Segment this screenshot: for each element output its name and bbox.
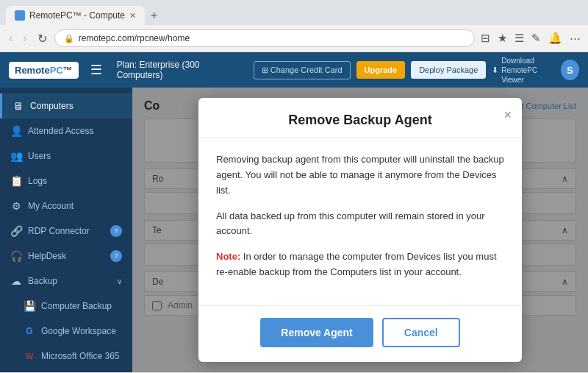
sidebar-item-attended[interactable]: 👤 Attended Access (0, 118, 132, 143)
sidebar-rdp-label: RDP Connector (28, 226, 90, 236)
plan-label: Plan: Enterprise (300 Computers) (117, 60, 245, 80)
modal-overlay: Remove Backup Agent × Removing backup ag… (132, 88, 588, 372)
attended-icon: 👤 (10, 125, 22, 137)
rdp-icon: 🔗 (10, 225, 22, 237)
logs-icon: 📋 (10, 175, 22, 187)
tab-close-btn[interactable]: ✕ (129, 11, 136, 21)
google-workspace-icon: G (24, 325, 35, 337)
sidebar-item-helpdesk[interactable]: 🎧 HelpDesk ? (0, 244, 132, 269)
backup-icon: ☁ (10, 275, 22, 287)
browser-chrome: RemotePC™ - Compute ✕ + ‹ › ↻ 🔒 remotepc… (0, 0, 588, 52)
main-layout: 🖥 Computers 👤 Attended Access 👥 Users 📋 … (0, 88, 588, 372)
refresh-btn[interactable]: ↻ (35, 30, 50, 47)
back-btn[interactable]: ‹ (6, 30, 15, 46)
app-header: RemotePC™ ☰ Plan: Enterprise (300 Comput… (0, 52, 588, 88)
rdp-badge: ? (110, 225, 122, 237)
upgrade-btn[interactable]: Upgrade (356, 61, 406, 79)
lock-icon: 🔒 (64, 34, 74, 43)
notifications-icon[interactable]: 🔔 (547, 30, 564, 46)
remove-agent-btn[interactable]: Remove Agent (260, 318, 373, 347)
modal-body-text2: All data backed up from this computer wi… (216, 209, 504, 240)
tab-favicon (15, 10, 25, 21)
address-bar[interactable]: 🔒 remotepc.com/rpcnew/home (54, 29, 475, 47)
modal-footer: Remove Agent Cancel (198, 305, 522, 362)
sidebar-item-computer-backup[interactable]: 💾 Computer Backup (0, 294, 132, 319)
sidebar-item-rdp[interactable]: 🔗 RDP Connector ? (0, 219, 132, 244)
modal-close-btn[interactable]: × (503, 108, 512, 121)
users-icon: 👥 (10, 150, 22, 162)
sidebar-item-backup[interactable]: ☁ Backup ∨ (0, 269, 132, 294)
helpdesk-badge: ? (110, 250, 122, 262)
change-credit-card-btn[interactable]: ⊞ Change Credit Card (254, 61, 351, 79)
hamburger-btn[interactable]: ☰ (90, 62, 102, 78)
browser-toolbar: ‹ › ↻ 🔒 remotepc.com/rpcnew/home ⊟ ★ ☰ ✎… (0, 25, 588, 52)
sidebar-item-users[interactable]: 👥 Users (0, 143, 132, 168)
bookmark-icon[interactable]: ⊟ (479, 30, 492, 46)
address-text: remotepc.com/rpcnew/home (79, 33, 190, 43)
computer-backup-icon: 💾 (24, 300, 35, 312)
sidebar-users-label: Users (28, 151, 51, 161)
browser-tab[interactable]: RemotePC™ - Compute ✕ (6, 6, 145, 25)
backup-arrow-icon: ∨ (117, 277, 122, 285)
sidebar-item-computers[interactable]: 🖥 Computers (0, 93, 132, 118)
computers-icon: 🖥 (12, 100, 24, 112)
sidebar-backup-label: Backup (28, 276, 57, 286)
avatar[interactable]: S (561, 60, 579, 80)
edit-icon[interactable]: ✎ (530, 30, 542, 46)
helpdesk-icon: 🎧 (10, 250, 22, 262)
sidebar-computers-label: Computers (30, 101, 74, 111)
modal-remove-backup-agent: Remove Backup Agent × Removing backup ag… (198, 98, 522, 362)
sidebar-item-google-workspace[interactable]: G Google Workspace (0, 319, 132, 344)
tab-menu-icon[interactable]: ☰ (513, 30, 526, 46)
download-label: DownloadRemotePC Viewer (501, 56, 555, 85)
modal-body-text1: Removing backup agent from this computer… (216, 152, 504, 198)
sidebar-my-account-label: My Account (28, 201, 74, 211)
sidebar: 🖥 Computers 👤 Attended Access 👥 Users 📋 … (0, 88, 132, 372)
tab-label: RemotePC™ - Compute (29, 10, 125, 21)
note-text: In order to manage the computer from Dev… (216, 251, 497, 277)
sidebar-helpdesk-label: HelpDesk (28, 251, 66, 261)
browser-tab-bar: RemotePC™ - Compute ✕ + (0, 0, 588, 25)
my-account-icon: ⚙ (10, 200, 22, 212)
forward-btn[interactable]: › (20, 30, 29, 46)
logo: RemotePC™ (9, 62, 79, 79)
more-icon[interactable]: ⋯ (568, 30, 582, 46)
sidebar-attended-label: Attended Access (28, 126, 93, 136)
header-right: ⊞ Change Credit Card Upgrade Deploy Pack… (254, 56, 579, 85)
sidebar-item-microsoft-office[interactable]: W Microsoft Office 365 (0, 344, 132, 369)
cancel-btn[interactable]: Cancel (382, 318, 460, 347)
sidebar-item-my-account[interactable]: ⚙ My Account (0, 193, 132, 219)
sidebar-item-logs[interactable]: 📋 Logs (0, 168, 132, 193)
browser-toolbar-icons: ⊟ ★ ☰ ✎ 🔔 ⋯ (479, 30, 582, 46)
deploy-package-btn[interactable]: Deploy Package (411, 61, 486, 79)
sidebar-google-label: Google Workspace (41, 326, 116, 336)
modal-title: Remove Backup Agent (288, 113, 431, 127)
sidebar-computer-backup-label: Computer Backup (41, 301, 112, 311)
microsoft-office-icon: W (24, 350, 35, 362)
modal-header: Remove Backup Agent × (198, 98, 522, 138)
download-icon: ⬇ (492, 65, 498, 75)
content-area: Co Export Computer List Ro ∧ Te ∧ De ∧ A… (132, 88, 588, 372)
download-viewer-btn[interactable]: ⬇ DownloadRemotePC Viewer (492, 56, 555, 85)
modal-note: Note: In order to manage the computer fr… (216, 249, 504, 280)
note-label: Note: (216, 251, 240, 262)
sidebar-microsoft-label: Microsoft Office 365 (41, 351, 120, 361)
new-tab-btn[interactable]: + (145, 6, 163, 25)
modal-body: Removing backup agent from this computer… (198, 138, 522, 305)
star-icon[interactable]: ★ (496, 30, 509, 46)
sidebar-item-meeting[interactable]: 📹 Meeting (0, 369, 132, 372)
sidebar-logs-label: Logs (28, 176, 47, 186)
